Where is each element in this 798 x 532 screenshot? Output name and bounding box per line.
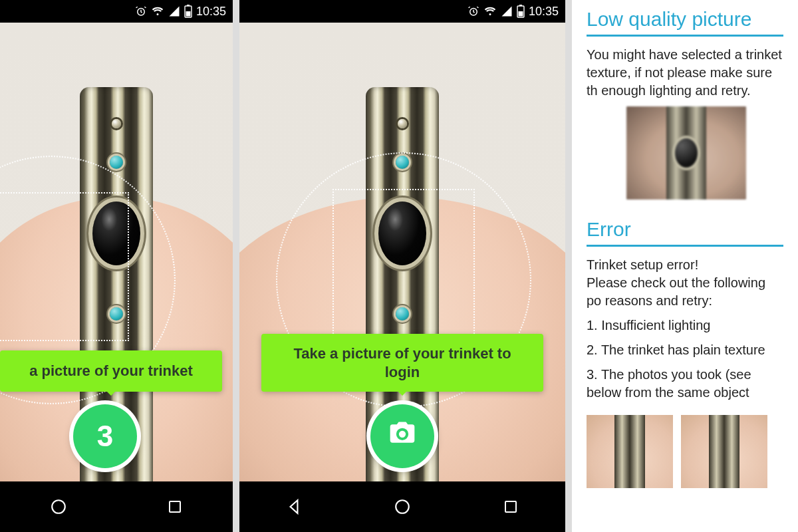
signal-icon <box>501 5 513 17</box>
svg-rect-2 <box>187 5 190 6</box>
low-quality-thumbnail <box>626 106 746 200</box>
signal-icon <box>168 5 180 17</box>
phone-screenshot-login: 10:35 Take a picture of your trinket to … <box>239 0 565 532</box>
status-time: 10:35 <box>529 5 559 19</box>
shutter-camera-button[interactable] <box>370 404 434 468</box>
svg-rect-5 <box>170 501 180 512</box>
svg-point-10 <box>396 500 409 513</box>
instruction-tooltip: Take a picture of your trinket to login <box>261 334 543 392</box>
error-thumb-2 <box>681 415 767 488</box>
home-button[interactable] <box>45 493 72 520</box>
alarm-icon <box>467 5 479 17</box>
wifi-icon <box>151 5 164 17</box>
countdown-value: 3 <box>97 420 113 453</box>
back-button[interactable] <box>281 493 307 520</box>
recents-button[interactable] <box>162 493 188 520</box>
error-heading: Error <box>587 218 783 241</box>
phone-screenshot-countdown: 10:35 a picture of your trinket 3 <box>0 0 233 532</box>
wifi-icon <box>483 5 497 17</box>
status-bar: 10:35 <box>239 0 565 23</box>
low-quality-heading: Low quality picture <box>587 8 783 31</box>
error-reason-2: 2. The trinket has plain texture <box>587 341 783 359</box>
svg-rect-8 <box>519 5 522 6</box>
svg-rect-11 <box>505 501 516 512</box>
alarm-icon <box>135 5 147 17</box>
camera-viewport: a picture of your trinket 3 <box>0 23 233 481</box>
error-body: Trinket setup error! Please check out th… <box>587 256 783 310</box>
svg-rect-9 <box>518 11 523 17</box>
svg-point-4 <box>52 500 65 513</box>
error-thumb-1 <box>587 415 673 488</box>
android-nav-bar <box>239 481 565 532</box>
error-reason-1: 1. Insufficient lighting <box>587 317 783 334</box>
battery-icon <box>184 5 192 18</box>
help-panel: Low quality picture You might have selec… <box>572 0 798 532</box>
battery-icon <box>517 5 525 18</box>
svg-rect-3 <box>186 11 190 17</box>
low-quality-body: You might have selected a trinket textur… <box>587 46 783 100</box>
error-thumbnails <box>572 412 798 491</box>
error-reason-3: 3. The photos you took (see below from t… <box>587 366 783 402</box>
android-nav-bar <box>0 481 233 532</box>
status-time: 10:35 <box>196 5 226 19</box>
home-button[interactable] <box>389 493 416 520</box>
camera-icon <box>388 418 417 454</box>
recents-button[interactable] <box>497 493 524 520</box>
instruction-tooltip: a picture of your trinket <box>0 350 222 392</box>
status-bar: 10:35 <box>0 0 233 23</box>
shutter-countdown-button[interactable]: 3 <box>73 404 137 468</box>
camera-viewport: Take a picture of your trinket to login <box>239 23 565 481</box>
